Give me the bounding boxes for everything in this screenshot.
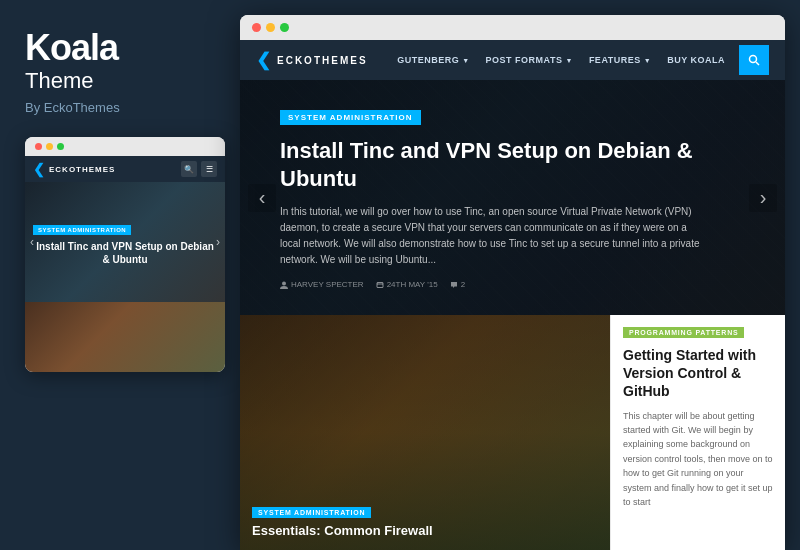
phone-menu-button[interactable]: ☰ bbox=[201, 161, 217, 177]
nav-link-features[interactable]: FEATURES ▼ bbox=[581, 40, 659, 80]
phone-hero: ‹ SYSTEM ADMINISTRATION Install Tinc and… bbox=[25, 182, 225, 302]
phone-search-button[interactable]: 🔍 bbox=[181, 161, 197, 177]
nav-link-gutenberg-label: GUTENBERG bbox=[397, 55, 459, 65]
phone-nav-brand: ECKOTHEMES bbox=[49, 165, 115, 174]
phone-hero-content: SYSTEM ADMINISTRATION Install Tinc and V… bbox=[33, 218, 217, 266]
phone-top-bar bbox=[25, 137, 225, 156]
nav-search-button[interactable] bbox=[739, 45, 769, 75]
nav-link-buy-koala[interactable]: BUY KOALA bbox=[659, 40, 733, 80]
nav-link-post-formats[interactable]: POST FORMATS ▼ bbox=[478, 40, 581, 80]
browser-dot-green bbox=[280, 23, 289, 32]
hero-meta: HARVEY SPECTER 24TH MAY '15 2 bbox=[280, 280, 700, 289]
browser-dot-yellow bbox=[266, 23, 275, 32]
browser-dot-red bbox=[252, 23, 261, 32]
nav-link-features-label: FEATURES bbox=[589, 55, 641, 65]
site-nav-brand: ECKOTHEMES bbox=[277, 55, 368, 66]
site-nav-links: GUTENBERG ▼ POST FORMATS ▼ FEATURES ▼ BU… bbox=[389, 40, 769, 80]
site-logo-arrow-icon: ❮ bbox=[256, 49, 271, 71]
search-icon bbox=[748, 54, 760, 66]
hero-comment-count: 2 bbox=[461, 280, 465, 289]
browser-mockup: ❮ ECKOTHEMES GUTENBERG ▼ POST FORMATS ▼ … bbox=[240, 15, 785, 550]
brand-by: By EckoThemes bbox=[25, 100, 215, 115]
chevron-down-icon: ▼ bbox=[565, 57, 572, 64]
nav-link-buy-koala-label: BUY KOALA bbox=[667, 55, 725, 65]
hero-comments: 2 bbox=[450, 280, 465, 289]
chevron-down-icon: ▼ bbox=[462, 57, 469, 64]
card-left-badge: SYSTEM ADMINISTRATION bbox=[252, 507, 371, 518]
hero-author-name: HARVEY SPECTER bbox=[291, 280, 364, 289]
phone-dot-green bbox=[57, 143, 64, 150]
search-icon: 🔍 bbox=[184, 165, 194, 174]
phone-dot-yellow bbox=[46, 143, 53, 150]
phone-card-image bbox=[25, 302, 225, 372]
svg-rect-3 bbox=[377, 282, 383, 287]
comment-icon bbox=[450, 281, 458, 289]
hero-date: 24TH MAY '15 bbox=[376, 280, 438, 289]
menu-icon: ☰ bbox=[206, 165, 213, 174]
card-right-badge: PROGRAMMING PATTERNS bbox=[623, 327, 744, 338]
hero-prev-arrow[interactable]: ‹ bbox=[248, 184, 276, 212]
user-icon bbox=[280, 281, 288, 289]
card-right-title: Getting Started with Version Control & G… bbox=[623, 346, 773, 401]
phone-dot-red bbox=[35, 143, 42, 150]
hero-text: In this tutorial, we will go over how to… bbox=[280, 204, 700, 268]
phone-prev-arrow[interactable]: ‹ bbox=[30, 235, 34, 249]
browser-top-bar bbox=[240, 15, 785, 40]
hero-section: ‹ SYSTEM ADMINISTRATION Install Tinc and… bbox=[240, 80, 785, 315]
card-left-title: Essentials: Common Firewall bbox=[252, 523, 598, 540]
brand-title: Koala bbox=[25, 30, 215, 66]
left-panel: Koala Theme By EckoThemes ❮ ECKOTHEMES 🔍… bbox=[0, 0, 240, 550]
cards-row: SYSTEM ADMINISTRATION Essentials: Common… bbox=[240, 315, 785, 550]
phone-mockup: ❮ ECKOTHEMES 🔍 ☰ ‹ SYSTEM ADMINISTRATION… bbox=[25, 137, 225, 372]
phone-nav-logo: ❮ ECKOTHEMES bbox=[33, 161, 115, 177]
nav-arrow-icon: ❮ bbox=[33, 161, 45, 177]
svg-line-1 bbox=[756, 62, 759, 65]
hero-title: Install Tinc and VPN Setup on Debian & U… bbox=[280, 137, 700, 192]
hero-author: HARVEY SPECTER bbox=[280, 280, 364, 289]
hero-next-arrow[interactable]: › bbox=[749, 184, 777, 212]
phone-next-arrow[interactable]: › bbox=[216, 235, 220, 249]
chevron-down-icon: ▼ bbox=[644, 57, 651, 64]
svg-point-0 bbox=[750, 56, 757, 63]
phone-nav-icons: 🔍 ☰ bbox=[181, 161, 217, 177]
card-right: PROGRAMMING PATTERNS Getting Started wit… bbox=[610, 315, 785, 550]
phone-hero-title: Install Tinc and VPN Setup on Debian & U… bbox=[33, 240, 217, 266]
hero-badge: SYSTEM ADMINISTRATION bbox=[280, 110, 421, 125]
nav-link-gutenberg[interactable]: GUTENBERG ▼ bbox=[389, 40, 477, 80]
card-right-text: This chapter will be about getting start… bbox=[623, 409, 773, 510]
svg-point-2 bbox=[282, 281, 286, 285]
card-left: SYSTEM ADMINISTRATION Essentials: Common… bbox=[240, 315, 610, 550]
phone-card bbox=[25, 302, 225, 372]
site-nav-logo: ❮ ECKOTHEMES bbox=[256, 49, 368, 71]
phone-nav: ❮ ECKOTHEMES 🔍 ☰ bbox=[25, 156, 225, 182]
nav-link-post-formats-label: POST FORMATS bbox=[486, 55, 563, 65]
calendar-icon bbox=[376, 281, 384, 289]
hero-content: SYSTEM ADMINISTRATION Install Tinc and V… bbox=[280, 106, 700, 289]
phone-hero-badge: SYSTEM ADMINISTRATION bbox=[33, 225, 131, 235]
brand-subtitle: Theme bbox=[25, 68, 215, 94]
card-left-content: SYSTEM ADMINISTRATION Essentials: Common… bbox=[252, 501, 598, 540]
hero-date-value: 24TH MAY '15 bbox=[387, 280, 438, 289]
site-nav: ❮ ECKOTHEMES GUTENBERG ▼ POST FORMATS ▼ … bbox=[240, 40, 785, 80]
